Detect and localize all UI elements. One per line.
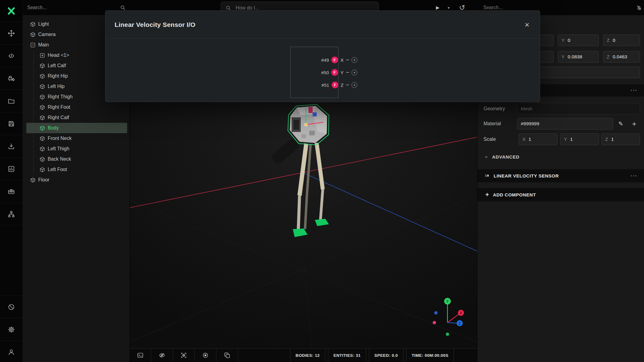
linear-velocity-sensor-section[interactable]: LINEAR VELOCITY SENSOR ··· xyxy=(477,169,644,182)
tree-item-label: Body xyxy=(48,125,59,131)
toolbox-button[interactable] xyxy=(0,180,23,203)
speed-indicator: SPEED: 0.0 xyxy=(369,349,403,362)
cube-icon xyxy=(30,32,35,37)
search-icon xyxy=(225,5,231,11)
gear-icon xyxy=(8,326,15,333)
port-id: #51 xyxy=(322,82,329,88)
vector1-y-field[interactable]: Y 0 xyxy=(558,35,599,46)
tree-item-front-neck[interactable]: Front Neck xyxy=(23,133,130,144)
robot-head-slot-inner xyxy=(293,120,299,130)
axis-label: Z xyxy=(607,38,609,43)
tree-item-left-foot[interactable]: Left Foot xyxy=(23,164,130,175)
console-button[interactable] xyxy=(130,349,151,362)
gizmo-z-axis xyxy=(447,323,457,323)
save-button[interactable] xyxy=(0,112,23,135)
port-connector xyxy=(346,85,349,85)
settings-button[interactable] xyxy=(0,318,23,341)
vector2-z-field[interactable]: Z 0.0463 xyxy=(603,51,640,63)
app-logo[interactable] xyxy=(0,0,23,22)
add-connection-port[interactable]: + xyxy=(351,57,357,63)
tree-item-label: Camera xyxy=(38,32,56,37)
tree-item-body-selected[interactable]: Body xyxy=(26,123,127,133)
left-rail xyxy=(0,0,23,362)
add-connection-port[interactable]: + xyxy=(351,82,357,88)
scale-z-field[interactable]: Z 1 xyxy=(602,133,640,145)
hide-overlays-button[interactable] xyxy=(151,349,173,362)
tree-item-label: Main xyxy=(38,42,49,48)
gizmo-z-label: Z xyxy=(458,321,461,326)
chevron-down-icon xyxy=(484,155,488,159)
add-connection-port[interactable]: + xyxy=(351,70,357,75)
port-type-badge: F xyxy=(331,69,338,76)
sensor-more-options-button[interactable]: ··· xyxy=(631,173,638,179)
move-tool-button[interactable] xyxy=(0,22,23,45)
tree-item-label: Back Neck xyxy=(48,156,71,162)
simulation-stats: BODIES: 12 ENTITIES: 31 SPEED: 0.0 TIME:… xyxy=(290,349,454,362)
axis-label: Y xyxy=(561,54,565,60)
gizmo-neg-z-dot[interactable] xyxy=(433,321,436,324)
z-axis-line xyxy=(301,172,477,251)
notifications-off-button[interactable] xyxy=(632,0,644,15)
ban-button[interactable] xyxy=(0,295,23,318)
tree-item-label: Light xyxy=(38,21,49,27)
tree-item-label: Left Calf xyxy=(48,63,66,68)
projects-button[interactable] xyxy=(0,90,23,112)
collapse-icon[interactable] xyxy=(30,42,35,48)
tree-item-back-neck[interactable]: Back Neck xyxy=(23,154,130,164)
tree-item-floor[interactable]: Floor xyxy=(23,175,130,185)
edit-material-button[interactable]: ✎ xyxy=(615,118,627,130)
add-component-button[interactable]: + ADD COMPONENT xyxy=(477,188,644,201)
gizmo-magenta-handle[interactable] xyxy=(308,107,313,113)
sensor-io-dialog: Linear Velocity Sensor I/O × #49 F X + #… xyxy=(105,10,540,102)
gizmo-blue-handle[interactable] xyxy=(313,112,317,116)
tree-item-right-calf[interactable]: Right Calf xyxy=(23,112,130,123)
stats-button[interactable] xyxy=(0,158,23,180)
scale-x-field[interactable]: X 1 xyxy=(519,133,558,145)
code-editor-button[interactable] xyxy=(0,45,23,67)
tree-item-label: Floor xyxy=(38,177,49,183)
cube-icon xyxy=(40,94,45,100)
fit-view-icon xyxy=(180,352,187,359)
robot-model[interactable] xyxy=(270,104,329,237)
tree-item-left-thigh[interactable]: Left Thigh xyxy=(23,144,130,154)
advanced-section-toggle[interactable]: ADVANCED xyxy=(477,151,644,163)
frame-selection-button[interactable] xyxy=(173,349,195,362)
cube-icon xyxy=(40,84,45,89)
toolbox-icon xyxy=(8,188,15,195)
import-button[interactable] xyxy=(0,135,23,158)
sitemap-icon xyxy=(8,210,15,218)
folder-icon xyxy=(8,97,15,105)
hierarchy-button[interactable] xyxy=(0,203,23,225)
duplicate-button[interactable] xyxy=(216,349,238,362)
gizmo-neg-y-dot[interactable] xyxy=(446,333,449,336)
tree-item-right-foot[interactable]: Right Foot xyxy=(23,102,130,112)
port-axis-label: X xyxy=(340,57,344,63)
gizmo-center-handle[interactable] xyxy=(304,123,307,126)
search-icon[interactable] xyxy=(120,5,126,11)
material-field[interactable]: #999999 xyxy=(517,118,613,130)
add-material-button[interactable]: + xyxy=(628,118,640,130)
output-port-row-z: #51 F Z + xyxy=(291,82,357,88)
gizmo-neg-x-dot[interactable] xyxy=(434,311,438,315)
hierarchy-search-input[interactable] xyxy=(23,0,116,15)
vector1-z-field[interactable]: Z 0 xyxy=(603,35,640,46)
port-type-badge: F xyxy=(331,57,338,63)
close-dialog-button[interactable]: × xyxy=(524,20,531,30)
sensor-icon xyxy=(484,173,490,179)
account-button[interactable] xyxy=(0,341,23,362)
sensor-node[interactable]: #49 F X + #50 F Y + #51 F Z + xyxy=(290,47,338,98)
copy-icon xyxy=(224,352,230,359)
more-options-button[interactable]: ··· xyxy=(631,87,638,93)
user-icon xyxy=(8,349,15,356)
vector2-y-field[interactable]: Y 0.0838 xyxy=(558,51,599,63)
logo-x-icon xyxy=(7,6,16,16)
dialog-title: Linear Velocity Sensor I/O xyxy=(115,21,195,28)
record-icon xyxy=(202,352,209,359)
cube-icon xyxy=(40,167,45,172)
robot-body-detail xyxy=(309,131,315,135)
record-button[interactable] xyxy=(195,349,216,362)
robot-settings-button[interactable] xyxy=(0,67,23,90)
cube-icon xyxy=(30,22,35,27)
scale-y-field[interactable]: Y 1 xyxy=(560,133,599,145)
pencil-icon: ✎ xyxy=(618,120,623,127)
